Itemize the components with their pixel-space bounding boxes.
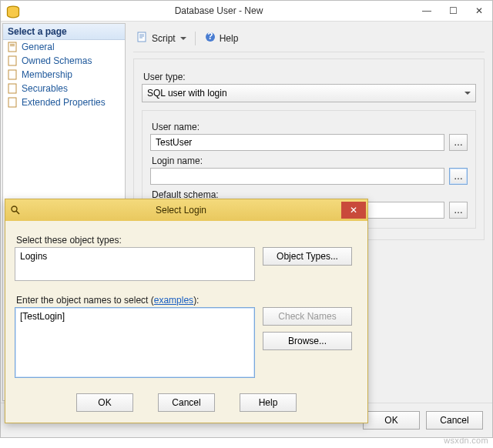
object-names-input[interactable]: [TestLogin] — [15, 307, 255, 378]
dialog-help-button[interactable]: Help — [240, 393, 297, 412]
user-type-value: SQL user with login — [147, 88, 227, 99]
login-name-input[interactable] — [150, 168, 444, 185]
svg-text:?: ? — [207, 31, 213, 42]
dialog-footer: OK Cancel Help — [5, 386, 367, 423]
dialog-titlebar[interactable]: Select Login ✕ — [5, 199, 367, 221]
titlebar[interactable]: Database User - New — ☐ ✕ — [1, 1, 492, 22]
sidebar-item-label: Securables — [22, 83, 68, 94]
dialog-close-button[interactable]: ✕ — [341, 202, 366, 219]
page-icon — [8, 83, 18, 94]
user-type-label: User type: — [143, 72, 476, 82]
check-names-button[interactable]: Check Names — [263, 307, 352, 326]
user-name-input[interactable] — [150, 134, 444, 151]
sidebar-item-securables[interactable]: Securables — [3, 82, 125, 95]
help-label: Help — [220, 33, 239, 44]
default-schema-browse-button[interactable]: … — [449, 202, 468, 219]
dialog-select-login: Select Login ✕ Select these object types… — [5, 199, 368, 423]
object-names-value: [TestLogin] — [20, 311, 65, 322]
svg-rect-3 — [10, 45, 15, 46]
help-button[interactable]: ? Help — [201, 29, 242, 47]
sidebar-item-label: General — [22, 42, 55, 52]
dialog-title: Select Login — [21, 205, 341, 216]
user-name-browse-button[interactable]: … — [449, 134, 468, 151]
svg-rect-5 — [8, 70, 16, 79]
svg-rect-4 — [8, 56, 16, 65]
sidebar-item-extended-properties[interactable]: Extended Properties — [3, 95, 125, 109]
object-names-label: Enter the object names to select (exampl… — [16, 295, 358, 306]
sidebar-item-membership[interactable]: Membership — [3, 68, 125, 82]
svg-point-11 — [12, 206, 17, 212]
script-button[interactable]: Script — [133, 29, 189, 47]
svg-rect-2 — [10, 44, 15, 45]
sidebar-item-label: Owned Schemas — [22, 55, 92, 66]
sidebar-item-general[interactable]: General — [3, 40, 125, 54]
window-controls: — ☐ ✕ — [414, 2, 492, 19]
user-type-select[interactable]: SQL user with login — [142, 84, 476, 102]
svg-rect-7 — [8, 98, 16, 107]
app-icon — [5, 5, 21, 17]
user-name-label: User name: — [152, 122, 468, 132]
object-types-value: Logins — [20, 251, 47, 262]
sidebar-item-label: Membership — [22, 69, 72, 80]
page-icon — [8, 69, 18, 80]
dialog-body: Select these object types: Logins Object… — [5, 221, 367, 386]
ok-button[interactable]: OK — [363, 411, 420, 430]
watermark: wsxdn.com — [444, 436, 488, 445]
chevron-down-icon — [464, 92, 471, 95]
close-button[interactable]: ✕ — [466, 2, 492, 19]
separator — [195, 32, 196, 45]
page-icon — [8, 97, 18, 108]
examples-link[interactable]: examples — [154, 295, 193, 306]
page-selector-header: Select a page — [3, 24, 125, 40]
dialog-cancel-button[interactable]: Cancel — [158, 393, 215, 412]
login-name-label: Login name: — [152, 155, 468, 166]
svg-line-12 — [16, 211, 19, 214]
script-icon — [136, 31, 149, 45]
sidebar-item-owned-schemas[interactable]: Owned Schemas — [3, 54, 125, 68]
window-title: Database User - New — [24, 5, 414, 16]
help-icon: ? — [204, 31, 216, 45]
svg-rect-1 — [8, 42, 16, 52]
browse-button[interactable]: Browse... — [263, 332, 352, 350]
page-icon — [8, 55, 18, 66]
dialog-ok-button[interactable]: OK — [76, 393, 133, 412]
minimize-button[interactable]: — — [414, 2, 440, 19]
object-types-label: Select these object types: — [16, 235, 358, 246]
svg-rect-8 — [138, 32, 146, 42]
page-icon — [8, 42, 18, 52]
svg-rect-6 — [8, 84, 16, 93]
sidebar-item-label: Extended Properties — [22, 97, 106, 108]
script-label: Script — [152, 33, 176, 44]
toolbar: Script ? Help — [133, 28, 485, 52]
cancel-button[interactable]: Cancel — [426, 411, 483, 430]
search-icon — [10, 205, 21, 216]
object-types-box: Logins — [15, 247, 255, 281]
login-name-browse-button[interactable]: … — [449, 168, 468, 185]
object-types-button[interactable]: Object Types... — [263, 247, 352, 266]
chevron-down-icon — [180, 37, 186, 40]
maximize-button[interactable]: ☐ — [440, 2, 466, 19]
